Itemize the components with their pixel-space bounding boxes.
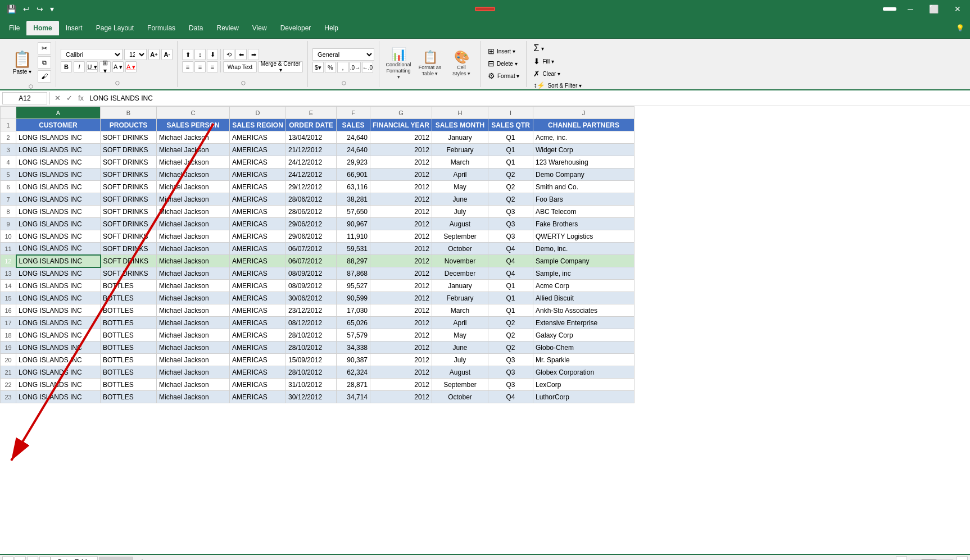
col-header-g[interactable]: G [370,107,432,119]
col-header-h[interactable]: H [432,107,488,119]
table-cell[interactable]: LONG ISLANDS INC [16,255,101,267]
table-cell[interactable]: SOFT DRINKS [101,255,157,267]
table-cell[interactable]: Galaxy Corp [533,329,634,342]
row-num-20[interactable]: 20 [1,354,16,366]
cell-styles-button[interactable]: 🎨 CellStyles ▾ [447,49,476,78]
customize-qat-button[interactable]: ▾ [48,3,56,15]
table-cell[interactable]: LONG ISLANDS INC [16,317,101,329]
font-name-select[interactable]: Calibri [61,49,123,60]
decrease-decimal-button[interactable]: ←.0 [362,62,373,73]
row-num-4[interactable]: 4 [1,156,16,169]
table-cell[interactable]: 08/12/2012 [286,317,337,329]
tab-file[interactable]: File [2,21,26,35]
table-cell[interactable]: 2012 [370,218,432,230]
table-cell[interactable]: Michael Jackson [157,131,230,144]
row-num-12[interactable]: 12 [1,255,16,267]
table-cell[interactable]: 24/12/2012 [286,156,337,169]
comma-button[interactable]: , [337,62,348,73]
table-cell[interactable]: LONG ISLANDS INC [16,280,101,292]
row-num-7[interactable]: 7 [1,193,16,206]
table-cell[interactable]: LuthorCorp [533,391,634,403]
header-sales-region[interactable]: SALES REGION [230,119,286,131]
table-cell[interactable]: LexCorp [533,379,634,391]
table-cell[interactable]: 2012 [370,181,432,193]
save-button[interactable]: 💾 [4,3,19,15]
table-cell[interactable]: LONG ISLANDS INC [16,193,101,206]
table-cell[interactable]: LONG ISLANDS INC [16,243,101,255]
table-cell[interactable]: LONG ISLANDS INC [16,304,101,317]
table-cell[interactable]: AMERICAS [230,317,286,329]
table-cell[interactable]: Q3 [488,230,533,243]
table-cell[interactable]: 2012 [370,329,432,342]
name-box[interactable] [2,92,47,104]
table-cell[interactable]: SOFT DRINKS [101,131,157,144]
table-cell[interactable]: Michael Jackson [157,366,230,379]
table-cell[interactable]: Ankh-Sto Associates [533,304,634,317]
table-cell[interactable]: BOTTLES [101,379,157,391]
table-cell[interactable]: 65,026 [337,317,370,329]
header-order-date[interactable]: ORDER DATE [286,119,337,131]
align-right-button[interactable]: ≡ [207,61,218,72]
table-cell[interactable]: SOFT DRINKS [101,144,157,156]
header-channel-partners[interactable]: CHANNEL PARTNERS [533,119,634,131]
row-num-8[interactable]: 8 [1,206,16,218]
table-cell[interactable]: LONG ISLANDS INC [16,366,101,379]
table-cell[interactable]: 2012 [370,292,432,304]
table-cell[interactable]: AMERICAS [230,144,286,156]
table-cell[interactable]: Q4 [488,243,533,255]
table-cell[interactable]: 2012 [370,267,432,280]
align-left-button[interactable]: ≡ [182,61,193,72]
table-cell[interactable]: BOTTLES [101,292,157,304]
table-cell[interactable]: 2012 [370,131,432,144]
align-center-button[interactable]: ≡ [194,61,206,72]
table-cell[interactable]: 06/07/2012 [286,255,337,267]
insert-cells-button[interactable]: ⊞Insert ▾ [486,45,522,57]
table-cell[interactable]: LONG ISLANDS INC [16,391,101,403]
table-cell[interactable]: February [432,144,488,156]
add-sheet-button[interactable]: ＋ [134,556,150,561]
scroll-right2-button[interactable]: ▶ [957,556,968,560]
row-num-11[interactable]: 11 [1,243,16,255]
col-header-a[interactable]: A [16,107,101,119]
table-cell[interactable]: SOFT DRINKS [101,218,157,230]
scroll-right-button[interactable]: ◀ [896,556,907,560]
table-cell[interactable]: SOFT DRINKS [101,206,157,218]
table-cell[interactable]: October [432,391,488,403]
table-cell[interactable]: Mr. Sparkle [533,354,634,366]
table-cell[interactable]: 38,281 [337,193,370,206]
table-cell[interactable]: 87,868 [337,267,370,280]
conditional-formatting-button[interactable]: 📊 ConditionalFormatting ▾ [384,46,413,81]
table-cell[interactable]: Sample, inc [533,267,634,280]
table-cell[interactable]: AMERICAS [230,379,286,391]
row-num-9[interactable]: 9 [1,218,16,230]
table-cell[interactable]: Michael Jackson [157,255,230,267]
col-header-j[interactable]: J [533,107,634,119]
table-cell[interactable]: BOTTLES [101,354,157,366]
table-cell[interactable]: LONG ISLANDS INC [16,181,101,193]
table-cell[interactable]: AMERICAS [230,193,286,206]
table-cell[interactable]: 2012 [370,391,432,403]
table-cell[interactable]: 08/09/2012 [286,280,337,292]
table-cell[interactable]: January [432,131,488,144]
table-cell[interactable]: Fake Brothers [533,218,634,230]
table-cell[interactable]: SOFT DRINKS [101,243,157,255]
autosum-button[interactable]: Σ▾ [531,42,584,54]
table-cell[interactable]: Michael Jackson [157,156,230,169]
table-cell[interactable]: 28,871 [337,379,370,391]
table-cell[interactable]: May [432,329,488,342]
table-cell[interactable]: Q1 [488,131,533,144]
table-cell[interactable]: 34,714 [337,391,370,403]
row-num-19[interactable]: 19 [1,342,16,354]
indent-decrease-button[interactable]: ⬅ [235,49,247,60]
format-as-table-button[interactable]: 📋 Format asTable ▾ [415,49,445,78]
table-cell[interactable]: 63,116 [337,181,370,193]
table-cell[interactable]: 66,901 [337,169,370,181]
table-cell[interactable]: 28/10/2012 [286,329,337,342]
table-cell[interactable]: LONG ISLANDS INC [16,156,101,169]
table-cell[interactable]: Q2 [488,181,533,193]
table-cell[interactable]: 31/10/2012 [286,379,337,391]
table-cell[interactable]: 90,967 [337,218,370,230]
header-sales-person[interactable]: SALES PERSON [157,119,230,131]
table-cell[interactable]: 23/12/2012 [286,304,337,317]
table-cell[interactable]: SOFT DRINKS [101,156,157,169]
